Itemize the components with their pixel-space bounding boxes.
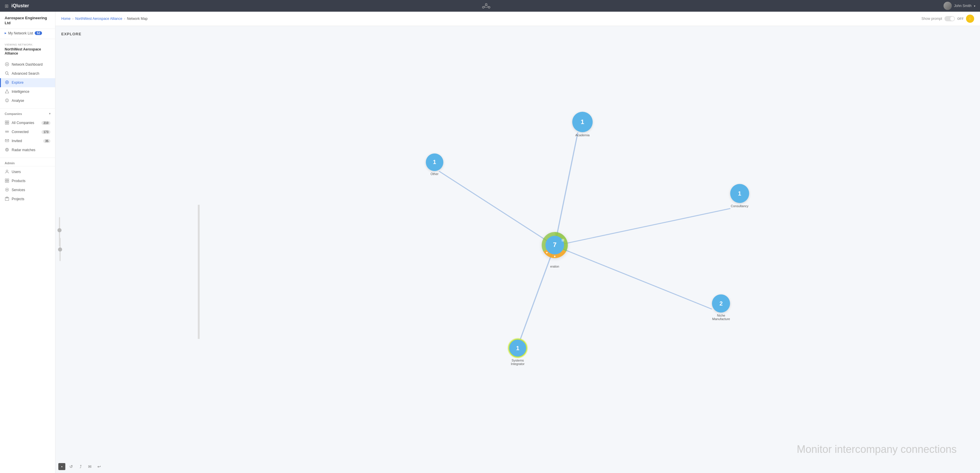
sidebar-item-intelligence[interactable]: Intelligence [0, 87, 55, 96]
sidebar-item-radar-matches[interactable]: Radar matches [0, 146, 55, 154]
user-chevron-icon[interactable]: ▾ [974, 5, 975, 8]
svg-rect-17 [5, 123, 7, 124]
companies-section: All Companies 210 Connected 173 Invited … [0, 117, 55, 156]
users-icon [5, 170, 10, 175]
services-icon [5, 188, 10, 193]
node-other-label: Other [431, 172, 439, 176]
map-area: EXPLORE [56, 26, 980, 473]
content: Home › NorthWest Aerospace Alliance › Ne… [56, 12, 980, 473]
show-prompt-toggle[interactable] [944, 16, 955, 21]
avatar[interactable] [943, 2, 952, 10]
toolbar-square-button[interactable]: ▪ [58, 463, 65, 470]
companies-chevron-icon[interactable]: ▾ [49, 112, 51, 115]
sidebar: Aerospace Engineering Ltd ▶ My Network L… [0, 12, 56, 473]
message-icon: ✉ [88, 464, 92, 469]
prompt-action-button[interactable]: ⚡ [966, 14, 974, 23]
node-academia-label: Academia [575, 133, 589, 137]
center-donut: 7 ⊞ ✦ ✦ [536, 226, 574, 264]
dashboard-icon [5, 62, 10, 67]
toolbar-message-button[interactable]: ✉ [86, 463, 93, 470]
zoom-slider-handle[interactable] [57, 228, 62, 232]
explore-icon [5, 80, 10, 85]
breadcrumb-network[interactable]: NorthWest Aerospace Alliance [75, 17, 122, 21]
company-name: Aerospace Engineering Ltd [0, 12, 55, 29]
svg-rect-15 [5, 121, 7, 122]
monitor-text: Monitor intercompany connections [797, 443, 957, 455]
sidebar-item-network-dashboard[interactable]: Network Dashboard [0, 60, 55, 69]
username: John Smith [954, 4, 972, 8]
sidebar-item-advanced-search-label: Advanced Search [12, 72, 51, 76]
toggle-off-label: OFF [957, 17, 964, 21]
invited-icon [5, 139, 10, 143]
node-consultancy-label: Consultancy [731, 204, 749, 208]
toolbar-share-button[interactable]: ⤴ [77, 463, 84, 470]
breadcrumb-home[interactable]: Home [61, 17, 71, 21]
svg-point-10 [6, 81, 9, 84]
svg-point-8 [6, 72, 8, 74]
node-other[interactable]: 1 Other [426, 153, 443, 176]
svg-text:✦: ✦ [553, 255, 556, 258]
sidebar-item-analyse[interactable]: Analyse [0, 96, 55, 105]
sidebar-item-invited[interactable]: Invited 35 [0, 137, 55, 146]
viewing-network-label: VIEWING NETWORK: [0, 40, 55, 47]
svg-point-20 [7, 131, 9, 132]
sidebar-item-projects[interactable]: Projects [0, 194, 55, 204]
analyse-icon [5, 98, 10, 103]
breadcrumb-sep-2: › [124, 17, 125, 21]
admin-label: Admin [5, 161, 14, 165]
svg-point-26 [6, 170, 8, 172]
svg-rect-30 [7, 181, 9, 182]
node-niche-manufacture-circle: 2 [712, 295, 730, 312]
node-niche-manufacture[interactable]: 2 NicheManufacture [712, 295, 730, 321]
toolbar-back-button[interactable]: ↩ [95, 463, 103, 470]
svg-line-38 [555, 246, 712, 309]
topbar-center [482, 3, 491, 9]
app-logo: iQluster [11, 3, 29, 8]
sidebar-item-connected[interactable]: Connected 173 [0, 127, 55, 137]
topbar-left: ⊞ iQluster [5, 3, 29, 9]
sidebar-divider-3 [0, 158, 55, 158]
zoom-track-bar[interactable] [59, 217, 60, 246]
sidebar-divider [0, 39, 55, 39]
sidebar-item-all-companies[interactable]: All Companies 210 [0, 118, 55, 127]
sidebar-item-intelligence-label: Intelligence [12, 89, 51, 94]
grid-icon[interactable]: ⊞ [5, 3, 8, 9]
svg-point-11 [6, 82, 8, 83]
node-systems-integrator[interactable]: 1 SystemsIntegrator [508, 339, 527, 366]
sidebar-item-products[interactable]: Products [0, 177, 55, 186]
topbar-right: John Smith ▾ [943, 2, 975, 10]
sidebar-item-invited-label: Invited [12, 139, 41, 143]
connections-svg [56, 26, 980, 473]
zoom-handle[interactable] [58, 247, 62, 252]
topbar: ⊞ iQluster John Smith ▾ [0, 0, 980, 12]
all-companies-icon [5, 121, 10, 126]
sidebar-item-radar-matches-label: Radar matches [12, 148, 51, 152]
toolbar-refresh-button[interactable]: ↺ [68, 463, 75, 470]
sidebar-item-connected-label: Connected [12, 130, 39, 134]
svg-point-7 [6, 64, 8, 65]
svg-rect-28 [7, 179, 9, 180]
node-systems-integrator-label: SystemsIntegrator [511, 358, 524, 366]
sidebar-item-services[interactable]: Services [0, 186, 55, 194]
prompt-action-icon: ⚡ [968, 16, 973, 21]
sidebar-item-users[interactable]: Users [0, 167, 55, 177]
sidebar-item-explore[interactable]: Explore [0, 78, 55, 87]
svg-line-9 [8, 74, 9, 75]
bottom-toolbar: ▪ ↺ ⤴ ✉ ↩ [58, 463, 103, 470]
center-node-label: eration [550, 265, 559, 268]
breadcrumb-current: Network Map [127, 17, 148, 21]
sidebar-item-my-network-list[interactable]: ▶ My Network List 52 [0, 29, 55, 38]
invited-badge: 35 [43, 139, 51, 143]
radar-icon [5, 148, 10, 153]
refresh-icon: ↺ [69, 464, 73, 469]
node-academia[interactable]: 1 Academia [572, 112, 593, 137]
svg-rect-16 [7, 121, 9, 122]
companies-section-header: Companies ▾ [0, 110, 55, 117]
node-niche-manufacture-label: NicheManufacture [712, 314, 730, 321]
center-node[interactable]: 7 ⊞ ✦ ✦ eration [536, 226, 574, 264]
sidebar-item-advanced-search[interactable]: Advanced Search [0, 69, 55, 78]
node-systems-integrator-circle: 1 [508, 339, 527, 357]
sidebar-item-services-label: Services [12, 188, 51, 192]
explore-label: EXPLORE [61, 32, 81, 36]
node-consultancy[interactable]: 1 Consultancy [730, 184, 749, 208]
